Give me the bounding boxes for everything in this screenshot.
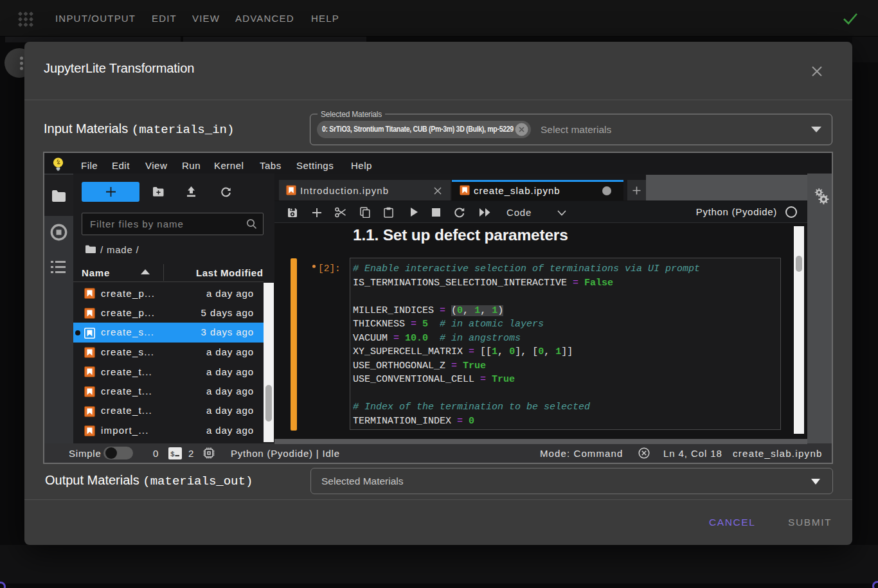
svg-text:$: $ [170,450,175,458]
